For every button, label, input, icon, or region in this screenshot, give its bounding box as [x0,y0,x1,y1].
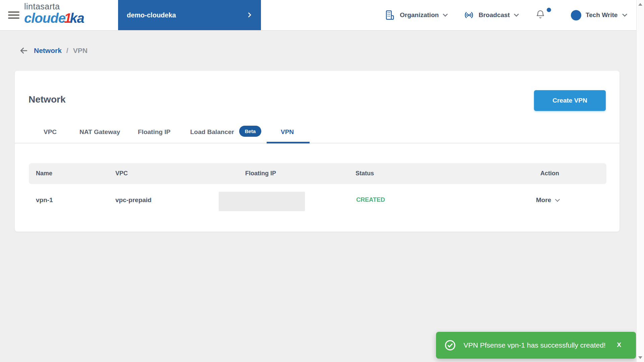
breadcrumb-current: VPN [73,47,88,55]
cell-vpc-name: vpc-prepaid [115,196,152,204]
page-scrollbar[interactable] [636,0,644,362]
create-vpn-button[interactable]: Create VPN [534,90,606,111]
column-header-name: Name [36,170,52,177]
top-bar: lintasarta cloude1ka demo-cloudeka Organ… [0,0,644,30]
tab-vpn[interactable]: VPN [281,128,294,136]
chevron-right-icon [246,12,252,18]
organization-building-icon [384,10,395,20]
breadcrumb: Network / VPN [18,46,88,56]
menu-icon[interactable] [8,11,19,19]
column-header-status: Status [356,170,374,177]
network-card: Network Create VPN VPC NAT Gateway Float… [15,71,620,232]
success-toast: VPN Pfsense vpn-1 has successfully creat… [436,332,636,359]
project-name: demo-cloudeka [127,11,176,19]
tab-floating-ip[interactable]: Floating IP [138,128,170,136]
chevron-down-icon [443,11,448,17]
breadcrumb-network-link[interactable]: Network [34,47,62,55]
column-header-floating-ip: Floating IP [245,170,276,177]
organization-label: Organization [400,11,439,19]
logo-lintasarta-text: lintasarta [24,2,84,11]
status-badge: CREATED [356,196,385,203]
cell-vpn-name: vpn-1 [36,196,53,204]
tab-vpc[interactable]: VPC [44,128,57,136]
toast-message: VPN Pfsense vpn-1 has successfully creat… [464,341,606,349]
user-avatar[interactable] [571,10,581,20]
notification-badge [547,8,551,12]
user-name: Tech Write [586,11,618,19]
chevron-down-icon [622,11,628,17]
lintasarta-cloudeka-logo: lintasarta cloude1ka [24,2,84,25]
breadcrumb-separator: / [66,47,68,55]
more-label: More [536,196,551,204]
floating-ip-placeholder [219,192,305,211]
logo-cloudeka-text: cloude1ka [24,11,84,25]
broadcast-label: Broadcast [479,11,510,19]
beta-badge: Beta [239,126,261,137]
organization-menu[interactable]: Organization [384,0,447,30]
scroll-up-arrow-icon[interactable] [638,3,642,6]
chevron-down-icon [555,197,560,201]
scroll-down-arrow-icon[interactable] [638,356,642,359]
page-title: Network [29,94,65,105]
chevron-down-icon [514,11,519,17]
success-check-icon [444,339,456,351]
tab-load-balancer[interactable]: Load Balancer [190,128,234,136]
broadcast-menu[interactable]: Broadcast [464,0,518,30]
project-selector[interactable]: demo-cloudeka [118,0,261,30]
column-header-vpc: VPC [115,170,128,177]
column-header-action: Action [540,170,559,177]
user-menu[interactable]: Tech Write [586,0,627,30]
notification-bell-icon [535,9,545,20]
toast-close-button[interactable]: X [617,341,621,349]
tab-nat-gateway[interactable]: NAT Gateway [79,128,120,136]
notifications-button[interactable] [535,9,551,22]
more-actions-button[interactable]: More [536,196,559,204]
active-tab-indicator [267,142,310,143]
back-arrow-icon[interactable] [18,46,29,56]
tabs-divider [15,143,620,143]
broadcast-icon [464,10,474,20]
